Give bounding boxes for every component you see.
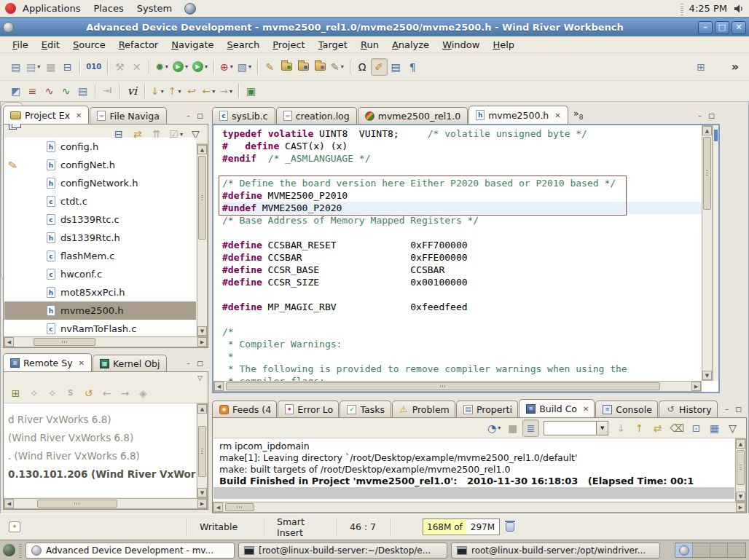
window-titlebar[interactable]: Advanced Device Development - mvme2500_r… <box>0 17 749 36</box>
print-icon[interactable]: ⊟ <box>59 58 76 76</box>
open-folder-sim-icon[interactable] <box>312 58 329 76</box>
pen-icon[interactable]: ✎ <box>7 158 18 173</box>
bottom-tab-build-co[interactable]: ≡Build Co✕ <box>519 399 595 417</box>
menu-project[interactable]: Project <box>266 38 312 52</box>
next-annotation-icon[interactable]: ↓▾ <box>149 82 166 100</box>
editor-tab-mvme2500-h[interactable]: hmvme2500.h✕ <box>468 106 568 124</box>
menu-edit[interactable]: Edit <box>35 38 66 52</box>
minimize-view-icon[interactable]: – <box>695 112 705 121</box>
run-icon[interactable]: ▶▾ <box>170 58 190 76</box>
maximize-view-icon[interactable]: □ <box>195 360 205 368</box>
explorer-tab-file-naviga[interactable]: ≡File Naviga <box>90 107 166 124</box>
back-history-icon[interactable]: ←▾ <box>200 82 218 100</box>
remote-target-item[interactable]: 0.130.101.206 (Wind River VxWorks 6 <box>4 465 196 483</box>
vi-editing-mode-icon[interactable]: vi <box>124 82 141 100</box>
clear-console-icon[interactable]: ⌫ <box>667 419 686 437</box>
menu-source[interactable]: Source <box>66 38 112 52</box>
gnu-tools-icon[interactable]: Ω <box>354 58 371 76</box>
last-edit-location-icon[interactable]: ↩ <box>184 82 200 100</box>
chevron-down-icon[interactable]: ▼ <box>596 421 608 435</box>
tree-item-hwconf.c[interactable]: chwconf.c <box>4 265 196 283</box>
profiler-icon[interactable]: ◩ <box>7 82 24 100</box>
bottom-tab-tasks[interactable]: ✓Tasks <box>340 401 391 417</box>
editor-tab-creation-log[interactable]: ≡creation.log <box>276 107 357 124</box>
tree-item-confignet.h[interactable]: hconfigNet.h <box>4 156 196 174</box>
tree-item-ds1339rtc.c[interactable]: cds1339Rtc.c <box>4 210 196 229</box>
explorer-tab-project-ex[interactable]: Project Ex✕ <box>3 106 89 124</box>
remote-target-item[interactable]: d River VxWorks 6.8) <box>4 410 196 428</box>
overview-ruler[interactable] <box>713 125 718 381</box>
workspace-1[interactable] <box>675 543 693 557</box>
remote-list-hscrollbar[interactable]: ◀ ▶ <box>4 498 208 509</box>
pin-editor-icon[interactable]: ▣ <box>243 82 259 100</box>
performance-bars-icon[interactable]: ≡ <box>24 82 41 100</box>
minimize-button[interactable]: – <box>698 21 713 34</box>
garbage-collect-icon[interactable] <box>506 522 514 532</box>
remote-tab-remote-sy[interactable]: ≋Remote Sy✕ <box>3 353 92 371</box>
editor-tab-mvme2500-rel1-0[interactable]: mvme2500_rel1.0 <box>358 107 468 124</box>
show-whitespace-icon[interactable]: ¶ <box>404 58 421 76</box>
tree-item-config.h[interactable]: hconfig.h <box>4 138 196 156</box>
taskbar-window-button[interactable]: root@linux-build-server:/opt/windriver..… <box>451 543 660 559</box>
remote-target-item[interactable]: (Wind River VxWorks 6.8) <box>4 428 196 446</box>
show-desktop-icon[interactable] <box>3 544 15 556</box>
more-editors-chevron[interactable]: »8 <box>573 108 584 121</box>
workspace-4[interactable] <box>728 543 745 557</box>
key-edit-icon[interactable]: ✎ <box>262 58 278 76</box>
tree-item-nvramtoflash.c[interactable]: cnvRamToFlash.c <box>4 320 196 336</box>
tree-item-ctdt.c[interactable]: cctdt.c <box>4 192 196 210</box>
maximize-view-icon[interactable]: □ <box>195 112 205 121</box>
save-console-icon[interactable]: ▦ <box>706 419 723 437</box>
code-editor[interactable]: typedef volatile UINT8 VUINT8; /* volati… <box>213 125 702 381</box>
run-attach-icon[interactable]: ▶▾ <box>190 58 210 76</box>
menu-target[interactable]: Target <box>312 38 354 52</box>
tree-item-ds1339rtc.h[interactable]: hds1339Rtc.h <box>4 229 196 247</box>
perspective-overflow-icon[interactable]: » <box>732 60 739 74</box>
menu-analyze[interactable]: Analyze <box>385 38 436 52</box>
menu-run[interactable]: Run <box>354 38 385 52</box>
minimize-view-icon[interactable]: – <box>184 112 193 121</box>
remote-target-item[interactable]: . (Wind River VxWorks 6.8) <box>4 446 196 465</box>
desktop-menu-applications[interactable]: Applications <box>16 3 87 14</box>
binary-download-icon[interactable]: 010 <box>84 58 103 76</box>
editor-tab-syslib-c[interactable]: csysLib.c <box>212 107 275 124</box>
console-vscrollbar[interactable]: ▲ ▼ <box>735 438 746 502</box>
editor-vscrollbar[interactable]: ▲ ▼ <box>702 125 713 381</box>
minimize-view-icon[interactable]: – <box>722 406 732 414</box>
console-selector-combobox[interactable]: ▼ <box>544 421 608 435</box>
scroll-lock-icon[interactable]: ⊡ <box>688 419 705 437</box>
refresh-icon[interactable]: ↺ <box>80 384 97 402</box>
tree-item-mot85xxpci.h[interactable]: hmot85xxPci.h <box>4 283 196 301</box>
red-hat-icon[interactable] <box>5 3 16 14</box>
menu-file[interactable]: File <box>6 38 35 52</box>
menu-refactor[interactable]: Refactor <box>112 38 165 52</box>
tree-item-mvme2500.h[interactable]: hmvme2500.h <box>4 301 196 320</box>
close-icon[interactable]: ✕ <box>79 359 85 367</box>
new-connection-icon[interactable]: ⊞ <box>7 384 24 402</box>
maximize-button[interactable]: □ <box>715 21 729 34</box>
debug-icon[interactable]: ✹▾ <box>153 58 170 76</box>
workbench-launcher-icon[interactable] <box>184 3 196 15</box>
desktop-menu-system[interactable]: System <box>130 3 179 14</box>
menu-help[interactable]: Help <box>486 38 521 52</box>
editor-hscrollbar[interactable]: ◀ ▶ <box>213 381 702 392</box>
maximize-view-icon[interactable]: □ <box>734 406 743 414</box>
new-file-wizard-icon[interactable]: ▤ <box>7 58 24 76</box>
close-icon[interactable]: ✕ <box>554 111 560 119</box>
analysis-report-icon[interactable]: ▤ <box>74 82 91 100</box>
project-tree-hscrollbar[interactable]: ◀ ▶ <box>4 336 208 347</box>
switch-console-icon[interactable]: ⇄ <box>649 419 666 437</box>
open-perspective-icon[interactable]: ⊞ <box>693 58 710 76</box>
menu-window[interactable]: Window <box>436 38 486 52</box>
target-manager-icon[interactable]: ▧▾ <box>235 58 254 76</box>
bottom-tab-console[interactable]: ≡Console <box>595 401 658 417</box>
menu-navigate[interactable]: Navigate <box>165 38 220 52</box>
coverage-chart-icon[interactable]: ∿ <box>41 82 58 100</box>
debug-target-icon[interactable]: ⊕▾ <box>218 58 235 76</box>
close-button[interactable]: ✕ <box>732 21 746 34</box>
remote-list-vscrollbar[interactable]: ▲ ▼ <box>197 403 208 498</box>
console-hscrollbar[interactable]: ◀ ▶ <box>213 502 746 513</box>
minimize-view-icon[interactable]: – <box>184 360 193 368</box>
previous-error-icon[interactable]: ↑ <box>631 419 648 437</box>
console-selector-input[interactable] <box>544 421 596 435</box>
